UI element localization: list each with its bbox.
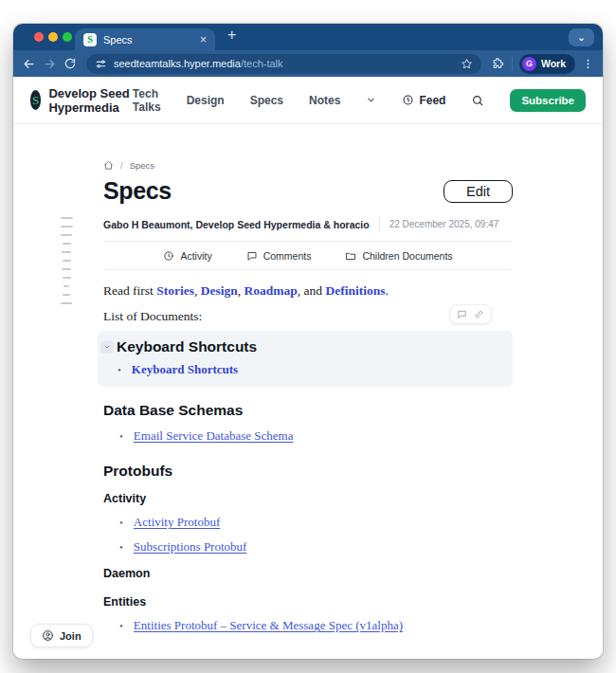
subscribe-button[interactable]: Subscribe bbox=[510, 89, 586, 112]
home-icon[interactable] bbox=[103, 160, 114, 171]
nav-item-tech-talks[interactable]: Tech Talks bbox=[133, 87, 161, 114]
tab-activity[interactable]: Activity bbox=[163, 250, 211, 262]
link-stories[interactable]: Stories bbox=[156, 283, 194, 298]
comment-icon[interactable] bbox=[457, 309, 467, 319]
nav-item-design[interactable]: Design bbox=[187, 94, 225, 107]
url-path: /tech-talk bbox=[241, 58, 283, 69]
tab-comments[interactable]: Comments bbox=[246, 250, 312, 262]
site-header: S Develop Seed Hypermedia Tech Talks Des… bbox=[13, 77, 603, 124]
profile-label: Work bbox=[541, 58, 566, 69]
subsection-heading: Daemon bbox=[103, 567, 513, 580]
authors[interactable]: Gabo H Beaumont, Develop Seed Hypermedia… bbox=[103, 219, 370, 230]
profile-avatar: G bbox=[522, 57, 536, 71]
collapse-chevron-icon[interactable] bbox=[100, 340, 114, 354]
bullet-icon: • bbox=[119, 517, 123, 528]
outline-bar bbox=[63, 243, 71, 245]
browser-window: S Specs × + ⌄ seedteamtalks.hyper.media/… bbox=[13, 24, 603, 659]
nav-item-notes[interactable]: Notes bbox=[309, 94, 340, 107]
breadcrumb-current[interactable]: Specs bbox=[130, 160, 154, 171]
browser-menu-icon[interactable] bbox=[582, 58, 594, 70]
tab-close-icon[interactable]: × bbox=[200, 34, 207, 45]
page-title: Specs bbox=[103, 177, 172, 205]
search-icon[interactable] bbox=[471, 94, 484, 107]
outline-bar bbox=[63, 260, 71, 262]
nav-more-chevron-icon[interactable] bbox=[366, 95, 376, 105]
list-item: • Email Service Database Schema bbox=[119, 428, 513, 444]
join-label: Join bbox=[60, 630, 82, 642]
list-item: • Subscriptions Protobuf bbox=[119, 539, 513, 555]
feed-button[interactable]: Feed bbox=[402, 94, 445, 107]
tab-children-documents-label: Children Documents bbox=[362, 250, 452, 262]
bookmark-star-icon[interactable] bbox=[461, 58, 473, 70]
reload-icon[interactable] bbox=[63, 57, 77, 70]
bullet-icon: • bbox=[119, 620, 123, 631]
list-item: • Entities Protobuf – Service & Message … bbox=[119, 618, 513, 633]
tab-strip: S Specs × + ⌄ bbox=[13, 24, 603, 50]
bullet-icon: • bbox=[119, 430, 123, 442]
list-label-row: List of Documents: bbox=[103, 309, 513, 324]
intro-sep: , and bbox=[298, 283, 326, 298]
forward-icon[interactable] bbox=[43, 57, 57, 71]
browser-tab[interactable]: S Specs × bbox=[75, 28, 215, 50]
extensions-icon[interactable] bbox=[491, 57, 505, 71]
link-subscriptions-protobuf[interactable]: Subscriptions Protobuf bbox=[134, 539, 247, 555]
intro-paragraph: Read first Stories, Design, Roadmap, and… bbox=[103, 282, 513, 300]
back-icon[interactable] bbox=[22, 57, 36, 71]
close-window-button[interactable] bbox=[34, 32, 44, 42]
tab-children-documents[interactable]: Children Documents bbox=[345, 250, 452, 262]
link-design[interactable]: Design bbox=[201, 283, 238, 298]
outline-bar bbox=[61, 234, 72, 236]
link-roadmap[interactable]: Roadmap bbox=[245, 283, 298, 298]
section-heading: Keyboard Shortcuts bbox=[117, 338, 503, 355]
traffic-lights bbox=[34, 32, 72, 42]
nav-item-specs[interactable]: Specs bbox=[250, 94, 283, 107]
url-host: seedteamtalks.hyper.media bbox=[114, 58, 241, 69]
url-text: seedteamtalks.hyper.media/tech-talk bbox=[114, 58, 283, 69]
link-icon[interactable] bbox=[474, 309, 484, 319]
tab-activity-label: Activity bbox=[180, 250, 211, 262]
seed-favicon-icon: S bbox=[83, 33, 97, 46]
folder-icon bbox=[345, 250, 356, 262]
profile-chip[interactable]: G Work bbox=[519, 54, 575, 74]
site-brand[interactable]: Develop Seed Hypermedia bbox=[48, 86, 132, 115]
intro-sep: , bbox=[238, 283, 245, 298]
document-outline-indicator[interactable] bbox=[59, 217, 74, 304]
address-bar[interactable]: seedteamtalks.hyper.media/tech-talk bbox=[86, 54, 481, 74]
outline-bar bbox=[63, 277, 71, 279]
link-keyboard-shortcuts[interactable]: Keyboard Shortcuts bbox=[132, 362, 238, 377]
bullet-icon: • bbox=[118, 364, 121, 375]
bullet-icon: • bbox=[119, 658, 123, 659]
link-resources-protobuf[interactable]: Resources Protobuf (Documents v3alpha) bbox=[134, 656, 340, 659]
intro-sep: , bbox=[194, 283, 201, 298]
link-entities-protobuf[interactable]: Entities Protobuf – Service & Message Sp… bbox=[134, 618, 403, 633]
browser-toolbar: seedteamtalks.hyper.media/tech-talk G Wo… bbox=[13, 50, 603, 77]
outline-bar bbox=[62, 251, 71, 253]
tab-comments-label: Comments bbox=[263, 250, 312, 262]
seed-logo-icon[interactable]: S bbox=[30, 90, 41, 110]
section-heading: Data Base Schemas bbox=[103, 402, 513, 419]
list-item: • Resources Protobuf (Documents v3alpha) bbox=[119, 656, 513, 659]
site-nav: Tech Talks Design Specs Notes Feed Subsc… bbox=[133, 87, 586, 114]
site-settings-icon[interactable] bbox=[95, 58, 107, 70]
divider bbox=[103, 269, 513, 270]
tab-search-chevron-icon[interactable]: ⌄ bbox=[569, 28, 594, 46]
subsection-heading: Entities bbox=[103, 595, 513, 609]
link-definitions[interactable]: Definitions bbox=[325, 283, 385, 298]
new-tab-icon[interactable]: + bbox=[227, 27, 236, 44]
edit-button[interactable]: Edit bbox=[444, 180, 513, 203]
outline-bar bbox=[62, 268, 71, 270]
maximize-window-button[interactable] bbox=[63, 32, 72, 42]
list-label: List of Documents: bbox=[103, 309, 202, 323]
link-activity-protobuf[interactable]: Activity Protobuf bbox=[134, 515, 220, 530]
person-circle-icon bbox=[42, 629, 54, 642]
document: / Specs Specs Edit Gabo H Beaumont, Deve… bbox=[103, 124, 513, 659]
join-button[interactable]: Join bbox=[30, 624, 93, 647]
toolbar-separator bbox=[512, 57, 513, 70]
link-email-service-database-schema[interactable]: Email Service Database Schema bbox=[134, 428, 294, 444]
minimize-window-button[interactable] bbox=[48, 32, 58, 42]
title-row: Specs Edit bbox=[103, 177, 513, 205]
outline-bar bbox=[63, 294, 70, 296]
outline-bar bbox=[61, 302, 72, 304]
document-tabs: Activity Comments Children Documents bbox=[103, 242, 513, 269]
feed-label: Feed bbox=[419, 94, 445, 107]
